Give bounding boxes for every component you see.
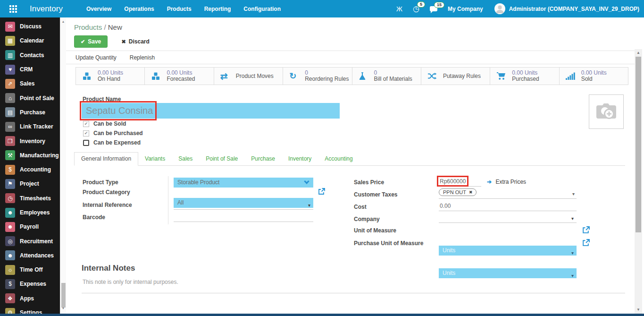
- sales-price-label: Sales Price: [354, 179, 384, 186]
- notes-divider: [82, 293, 625, 293]
- sidebar-item-sales[interactable]: ⇗Sales: [0, 77, 60, 91]
- internal-notes-textarea[interactable]: This note is only for internal purposes.: [83, 279, 178, 285]
- internal-reference-input[interactable]: [174, 201, 313, 210]
- tab-accounting[interactable]: Accounting: [318, 153, 359, 165]
- stat-forecasted[interactable]: 0.00 UnitsForecasted: [144, 68, 213, 85]
- tab-inventory[interactable]: Inventory: [282, 153, 318, 165]
- tab-sales[interactable]: Sales: [172, 153, 199, 165]
- scroll-up-icon[interactable]: ▲: [635, 51, 642, 55]
- stat-product-moves[interactable]: ⇄ Product Moves: [214, 68, 283, 85]
- customer-taxes-field[interactable]: PPN OUT ✖ ▾: [439, 188, 577, 199]
- company-switcher[interactable]: My Company: [448, 6, 483, 12]
- scroll-up-icon[interactable]: ▲: [60, 20, 66, 23]
- sidebar-scroll-thumb[interactable]: [61, 283, 66, 307]
- sidebar-item-timesheets[interactable]: ◷Timesheets: [0, 191, 60, 205]
- extra-prices-link[interactable]: ➔ Extra Prices: [487, 179, 526, 185]
- sidebar-item-link-tracker[interactable]: ∞Link Tracker: [0, 120, 60, 134]
- caret-down-icon: ▾: [571, 271, 574, 281]
- sidebar-item-contacts[interactable]: ▥Contacts: [0, 48, 60, 62]
- sidebar-item-project[interactable]: ⚑Project: [0, 177, 60, 191]
- caret-down-icon: ▾: [571, 216, 574, 221]
- sidebar-item-payroll[interactable]: ☻Payroll: [0, 220, 60, 234]
- bug-icon[interactable]: Ж: [396, 6, 402, 12]
- breadcrumb-products[interactable]: Products: [74, 23, 102, 31]
- main-content: Products / New ✔Save ✖Discard Update Qua…: [66, 17, 635, 314]
- messages-icon[interactable]: 15: [430, 6, 437, 12]
- sidebar-item-accounting[interactable]: $Accounting: [0, 162, 60, 177]
- sidebar-item-apps[interactable]: ❖Apps: [0, 291, 60, 306]
- save-button[interactable]: ✔Save: [74, 35, 108, 48]
- app-name[interactable]: Inventory: [30, 4, 63, 14]
- scroll-down-icon[interactable]: ▼: [60, 307, 66, 310]
- barcode-input[interactable]: [174, 213, 313, 222]
- product-image-upload[interactable]: [589, 94, 624, 129]
- avatar[interactable]: [494, 3, 505, 14]
- scroll-down-icon[interactable]: ▼: [635, 307, 642, 312]
- menu-operations[interactable]: Operations: [124, 6, 154, 12]
- cost-input[interactable]: 0.00: [439, 202, 577, 211]
- sidebar-item-crm[interactable]: ♥CRM: [0, 62, 60, 77]
- pos-icon: ⌂: [5, 93, 15, 103]
- menu-configuration[interactable]: Configuration: [243, 6, 281, 12]
- can-be-sold-label: Can be Sold: [93, 120, 126, 127]
- uom-external-link-icon[interactable]: [582, 226, 590, 235]
- sidebar-item-point-of-sale[interactable]: ⌂Point of Sale: [0, 91, 60, 105]
- replenish-button[interactable]: Replenish: [130, 54, 155, 61]
- uom-select[interactable]: Units ▾: [439, 246, 577, 256]
- tax-remove-icon[interactable]: ✖: [469, 190, 473, 195]
- tax-tag: PPN OUT ✖: [439, 188, 477, 196]
- stat-sold[interactable]: 0.00 UnitsSold: [559, 68, 628, 85]
- menu-products[interactable]: Products: [167, 6, 192, 12]
- tab-general-information[interactable]: General Information: [74, 152, 138, 166]
- cost-label: Cost: [354, 204, 367, 210]
- sidebar-item-calendar[interactable]: ▦Calendar: [0, 34, 60, 48]
- sidebar-item-attendances[interactable]: ☻Attendances: [0, 248, 60, 263]
- top-menu: Overview Operations Products Reporting C…: [86, 6, 293, 12]
- purchase-uom-value: Units: [443, 270, 455, 276]
- customer-taxes-label: Customer Taxes: [354, 191, 397, 198]
- can-be-sold-checkbox[interactable]: ✔: [83, 121, 89, 127]
- can-be-purchased-checkbox[interactable]: ✔: [83, 130, 89, 137]
- product-name-input[interactable]: Sepatu Consina: [82, 103, 340, 119]
- menu-overview[interactable]: Overview: [86, 6, 111, 12]
- apps-grid-icon[interactable]: [9, 5, 17, 13]
- sales-price-input[interactable]: Rp600000: [439, 178, 481, 187]
- discard-button[interactable]: ✖Discard: [122, 38, 150, 45]
- time-off-icon: ☼: [5, 265, 15, 275]
- stat-putaway-rules[interactable]: Putaway Rules: [421, 68, 490, 85]
- can-be-purchased-row: ✔ Can be Purchased: [83, 130, 143, 137]
- sidebar-item-employees[interactable]: ☻Employees: [0, 205, 60, 220]
- sidebar-item-inventory[interactable]: ❒Inventory: [0, 134, 60, 148]
- menu-reporting[interactable]: Reporting: [204, 6, 231, 12]
- purchase-uom-external-link-icon[interactable]: [582, 239, 590, 248]
- tab-purchase[interactable]: Purchase: [244, 153, 282, 165]
- stat-reordering-rules[interactable]: ↻ 0Reordering Rules: [283, 68, 351, 85]
- header-buttons-row: Update Quantity Replenish: [66, 51, 635, 64]
- product-type-select[interactable]: Storable Product: [174, 178, 313, 188]
- purchase-uom-select[interactable]: Units ▾: [439, 268, 577, 278]
- sidebar-item-discuss[interactable]: ✉Discuss: [0, 19, 60, 34]
- update-quantity-button[interactable]: Update Quantity: [75, 54, 117, 61]
- can-be-expensed-checkbox[interactable]: [83, 140, 89, 146]
- stat-buttons: 0.00 UnitsOn Hand 0.00 UnitsForecasted ⇄…: [75, 67, 628, 85]
- stat-bill-of-materials[interactable]: 0Bill of Materials: [352, 68, 421, 85]
- sidebar-item-purchase[interactable]: ▤Purchase: [0, 105, 60, 120]
- tab-variants[interactable]: Variants: [138, 153, 172, 165]
- activity-clock-icon[interactable]: ◷ 5: [413, 5, 419, 13]
- company-select[interactable]: ▾: [439, 214, 577, 223]
- main-scroll-thumb[interactable]: [636, 57, 641, 232]
- sidebar-item-manufacturing[interactable]: ⚒Manufacturing: [0, 148, 60, 162]
- gear-icon: ⚙: [5, 308, 15, 314]
- sidebar-item-recruitment[interactable]: ◎Recruitment: [0, 234, 60, 248]
- sidebar-item-time-off[interactable]: ☼Time Off: [0, 263, 60, 277]
- topbar: Inventory Overview Operations Products R…: [0, 0, 644, 17]
- can-be-expensed-label: Can be Expensed: [93, 139, 141, 146]
- sidebar-item-expenses[interactable]: $Expenses: [0, 277, 60, 291]
- stat-purchased[interactable]: 0.00 UnitsPurchased: [490, 68, 559, 85]
- user-menu[interactable]: Administrator (COMPANY_SAYA_INV_29_DROP): [509, 6, 639, 12]
- tab-point-of-sale[interactable]: Point of Sale: [199, 153, 244, 165]
- sidebar-scrollbar: ▲ ▼: [60, 17, 66, 314]
- stat-on-hand[interactable]: 0.00 UnitsOn Hand: [76, 68, 144, 85]
- sidebar-item-settings[interactable]: ⚙Settings: [0, 306, 60, 314]
- product-category-external-link-icon[interactable]: [318, 188, 325, 196]
